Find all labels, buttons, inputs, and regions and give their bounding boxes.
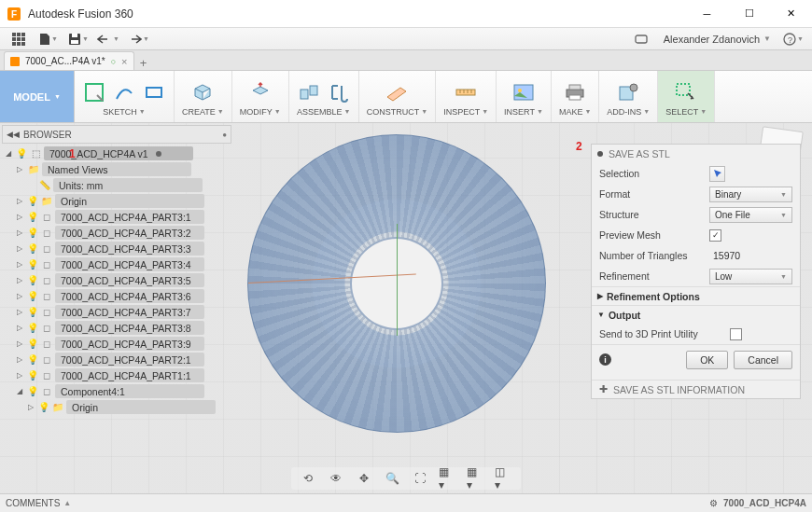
- new-tab-button[interactable]: +: [134, 56, 153, 70]
- redo-icon[interactable]: ▼: [123, 30, 153, 48]
- info-icon[interactable]: i: [599, 353, 611, 366]
- bulb-icon[interactable]: 💡: [27, 196, 38, 206]
- tree-part[interactable]: ▷💡◻7000_ACD_HCP4A_PART3:4: [2, 256, 231, 272]
- notifications-icon[interactable]: [626, 30, 656, 48]
- box-icon[interactable]: [190, 80, 215, 104]
- toolbar-modify[interactable]: MODIFY▼: [232, 71, 289, 122]
- tree-named-views[interactable]: ▷📁 Named Views: [2, 161, 231, 177]
- format-select[interactable]: Binary▼: [709, 187, 792, 202]
- display-settings-icon[interactable]: ▦ ▾: [439, 469, 457, 488]
- bulb-icon[interactable]: 💡: [27, 386, 38, 396]
- bulb-icon[interactable]: 💡: [27, 275, 38, 285]
- tree-part[interactable]: ▷💡◻7000_ACD_HCP4A_PART3:3: [2, 241, 231, 256]
- press-pull-icon[interactable]: [248, 80, 273, 104]
- timeline-settings-icon[interactable]: ⚙: [709, 498, 718, 508]
- grid-icon[interactable]: ▦ ▾: [467, 469, 485, 488]
- send3d-checkbox[interactable]: [730, 328, 742, 340]
- minimize-button[interactable]: ─: [686, 0, 728, 28]
- bulb-icon[interactable]: 💡: [27, 259, 38, 270]
- bulb-icon[interactable]: 💡: [27, 307, 38, 317]
- assembly-icon[interactable]: [297, 80, 321, 104]
- bulb-icon[interactable]: 💡: [27, 212, 38, 222]
- joint-icon[interactable]: [327, 80, 351, 104]
- bulb-icon[interactable]: 💡: [27, 228, 38, 238]
- bulb-icon[interactable]: 💡: [27, 339, 38, 349]
- document-tab[interactable]: 7000_AC...P4A v1* ○ ×: [4, 51, 134, 70]
- tree-part[interactable]: ▷💡◻7000_ACD_HCP4A_PART3:2: [2, 225, 231, 241]
- tree-part[interactable]: ▷💡◻7000_ACD_HCP4A_PART3:6: [2, 288, 231, 304]
- bulb-icon[interactable]: 💡: [27, 243, 38, 254]
- toolbar-construct[interactable]: CONSTRUCT▼: [359, 71, 436, 122]
- print-icon[interactable]: [563, 80, 587, 104]
- toolbar-create[interactable]: CREATE▼: [175, 71, 232, 122]
- addins-icon[interactable]: [616, 80, 640, 104]
- toolbar-addins[interactable]: ADD-INS▼: [599, 71, 658, 122]
- save-icon[interactable]: ▼: [63, 30, 93, 48]
- close-tab-icon[interactable]: ×: [121, 56, 127, 67]
- refinement-select[interactable]: Low▼: [709, 269, 792, 284]
- sketch-create-icon[interactable]: [82, 80, 106, 104]
- bulb-icon[interactable]: 💡: [27, 354, 38, 365]
- browser-back-icon[interactable]: ◀◀: [7, 130, 20, 139]
- panel-header[interactable]: SAVE AS STL: [592, 145, 800, 163]
- tree-origin-2[interactable]: ▷💡📁 Origin: [2, 399, 231, 415]
- toolbar-insert[interactable]: INSERT▼: [497, 71, 552, 122]
- tree-origin[interactable]: ▷💡📁 Origin: [2, 193, 231, 209]
- structure-select[interactable]: One File▼: [709, 207, 792, 223]
- close-window-button[interactable]: ✕: [770, 0, 812, 28]
- ok-button[interactable]: OK: [686, 351, 728, 369]
- pan-icon[interactable]: ✥: [355, 469, 373, 488]
- browser-collapse-icon[interactable]: ●: [222, 131, 227, 139]
- tree-part[interactable]: ▷💡◻7000_ACD_HCP4A_PART2:1: [2, 352, 231, 367]
- workspace-selector[interactable]: MODEL▼: [0, 71, 75, 122]
- tree-component[interactable]: ◢💡◻ Component4:1: [2, 383, 231, 399]
- bulb-icon[interactable]: 💡: [38, 402, 49, 412]
- tree-part[interactable]: ▷💡◻7000_ACD_HCP4A_PART3:9: [2, 336, 231, 352]
- selection-picker-button[interactable]: [709, 166, 725, 182]
- viewport[interactable]: RIGHT 1 ◀◀ BROWSER ● ◢💡 ⬚ 7000_ACD_HCP4A…: [0, 123, 812, 493]
- comments-button[interactable]: COMMENTS▲: [6, 498, 71, 508]
- select-icon[interactable]: [674, 80, 698, 104]
- bulb-icon[interactable]: 💡: [27, 323, 38, 333]
- grid-menu-icon[interactable]: [4, 30, 34, 48]
- decal-icon[interactable]: [511, 80, 536, 104]
- look-icon[interactable]: 👁: [327, 469, 345, 488]
- tree-part[interactable]: ▷💡◻7000_ACD_HCP4A_PART1:1: [2, 367, 231, 383]
- maximize-button[interactable]: ☐: [728, 0, 770, 28]
- tree-units[interactable]: 📏 Units: mm: [2, 177, 231, 193]
- orbit-icon[interactable]: ⟲: [299, 469, 317, 488]
- toolbar-inspect[interactable]: INSPECT▼: [436, 71, 497, 122]
- undo-icon[interactable]: ▼: [93, 30, 123, 48]
- plane-icon[interactable]: [385, 80, 409, 104]
- line-icon[interactable]: [112, 80, 136, 104]
- toolbar-assemble[interactable]: ASSEMBLE▼: [289, 71, 359, 122]
- bulb-icon[interactable]: 💡: [27, 370, 38, 381]
- tree-part[interactable]: ▷💡◻7000_ACD_HCP4A_PART3:1: [2, 209, 231, 225]
- tree-part[interactable]: ▷💡◻7000_ACD_HCP4A_PART3:8: [2, 320, 231, 336]
- toolbar-sketch[interactable]: SKETCH▼: [75, 71, 175, 122]
- bulb-icon[interactable]: 💡: [27, 291, 38, 301]
- cancel-button[interactable]: Cancel: [734, 351, 792, 369]
- bulb-icon[interactable]: 💡: [16, 148, 27, 159]
- zoom-icon[interactable]: 🔍: [383, 469, 401, 488]
- tree-part[interactable]: ▷💡◻7000_ACD_HCP4A_PART3:7: [2, 304, 231, 320]
- toolbar-make[interactable]: MAKE▼: [552, 71, 599, 122]
- preview-checkbox[interactable]: ✓: [709, 229, 721, 242]
- fit-icon[interactable]: ⛶: [411, 469, 429, 488]
- workspace-label: MODEL: [13, 91, 50, 103]
- svg-rect-30: [569, 85, 581, 90]
- output-section[interactable]: ▼Output: [592, 305, 800, 324]
- tree-root[interactable]: ◢💡 ⬚ 7000_ACD_HCP4A v1: [2, 145, 231, 161]
- help-icon[interactable]: ?▼: [778, 30, 808, 48]
- panel-info-section[interactable]: ✚SAVE AS STL INFORMATION: [592, 380, 800, 398]
- measure-icon[interactable]: [454, 80, 478, 104]
- refinement-options-section[interactable]: ▶Refinement Options: [592, 286, 800, 305]
- toolbar-select[interactable]: SELECT▼: [658, 71, 715, 122]
- document-tab-bar: 7000_AC...P4A v1* ○ × +: [0, 50, 812, 71]
- tree-part[interactable]: ▷💡◻7000_ACD_HCP4A_PART3:5: [2, 272, 231, 288]
- viewports-icon[interactable]: ◫ ▾: [495, 469, 513, 488]
- file-menu-icon[interactable]: ▼: [34, 30, 63, 48]
- user-menu[interactable]: Alexander Zdanovich▼: [656, 34, 778, 45]
- rectangle-icon[interactable]: [142, 80, 166, 104]
- browser-header[interactable]: ◀◀ BROWSER ●: [2, 125, 231, 144]
